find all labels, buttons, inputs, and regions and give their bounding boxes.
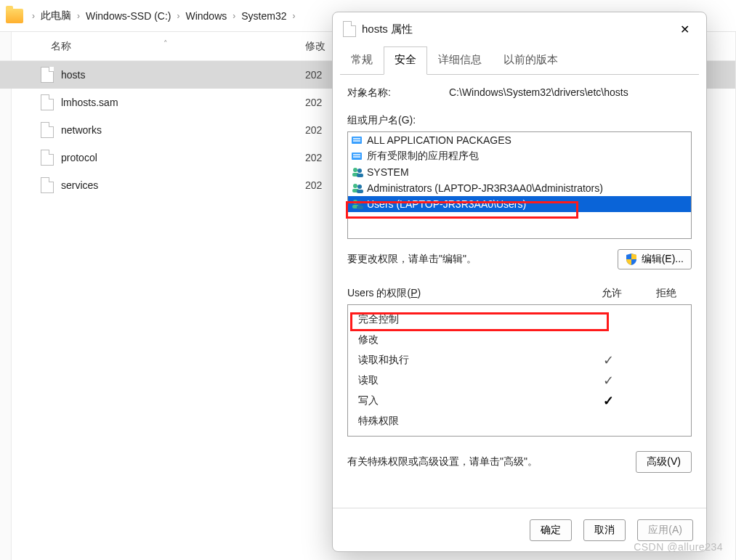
edit-hint: 要更改权限，请单击"编辑"。 <box>347 253 618 266</box>
sort-indicator-icon: ˄ <box>163 39 168 49</box>
svg-rect-4 <box>353 154 360 155</box>
group-item[interactable]: 所有受限制的应用程序包 <box>348 148 691 164</box>
package-icon <box>351 134 364 146</box>
tab-general[interactable]: 常规 <box>340 46 384 75</box>
file-name: protocol <box>61 152 257 163</box>
permissions-list: 完全控制修改读取和执行✓读取✓写入✓特殊权限 <box>347 304 692 437</box>
svg-rect-9 <box>357 174 363 177</box>
allow-header: 允许 <box>583 287 641 300</box>
group-item[interactable]: SYSTEM <box>348 164 691 180</box>
cancel-button[interactable]: 取消 <box>583 519 626 541</box>
file-date: 202 <box>305 179 322 191</box>
deny-header: 拒绝 <box>641 287 692 300</box>
tab-previous-versions[interactable]: 以前的版本 <box>493 46 569 75</box>
groups-label: 组或用户名(G): <box>347 114 692 127</box>
permission-row: 修改 <box>348 330 691 350</box>
svg-rect-17 <box>357 206 363 209</box>
svg-point-7 <box>357 169 362 173</box>
chevron-right-icon: › <box>28 11 39 21</box>
breadcrumb-item[interactable]: 此电脑 <box>39 8 73 24</box>
file-name: networks <box>61 124 257 136</box>
permission-allow: ✓ <box>579 352 637 368</box>
group-label: Administrators (LAPTOP-JR3R3AA0\Administ… <box>367 182 603 194</box>
check-icon: ✓ <box>603 353 614 368</box>
permissions-label: Users 的权限(P) <box>347 287 583 300</box>
permission-row: 特殊权限 <box>348 411 691 431</box>
col-modified[interactable]: 修改 <box>305 40 325 53</box>
edit-button[interactable]: 编辑(E)... <box>618 249 692 269</box>
file-date: 202 <box>305 97 322 108</box>
group-user-list[interactable]: ALL APPLICATION PACKAGES所有受限制的应用程序包SYSTE… <box>347 131 692 239</box>
file-date: 202 <box>305 124 322 136</box>
svg-point-6 <box>353 168 357 172</box>
permission-row: 读取和执行✓ <box>348 350 691 370</box>
dialog-title: hosts 属性 <box>362 23 413 36</box>
svg-point-15 <box>357 200 362 205</box>
svg-rect-1 <box>353 138 360 139</box>
permissions-header: Users 的权限(P) 允许 拒绝 <box>347 287 692 300</box>
apply-button[interactable]: 应用(A) <box>637 519 693 541</box>
permission-row: 完全控制 <box>348 309 691 330</box>
chevron-right-icon: › <box>172 11 184 21</box>
file-name: hosts <box>61 69 257 81</box>
svg-rect-5 <box>353 156 360 158</box>
tab-strip: 常规 安全 详细信息 以前的版本 <box>333 46 706 74</box>
permission-name: 特殊权限 <box>358 415 579 428</box>
permission-name: 读取和执行 <box>358 354 579 367</box>
file-date: 202 <box>305 69 322 81</box>
object-name-label: 对象名称: <box>347 86 449 100</box>
package-icon <box>351 150 364 162</box>
users-icon <box>351 166 364 178</box>
file-icon <box>41 122 54 138</box>
file-icon <box>41 150 54 166</box>
permission-row: 写入✓ <box>348 391 691 411</box>
svg-rect-2 <box>353 140 360 142</box>
group-label: 所有受限制的应用程序包 <box>367 150 479 163</box>
permission-row: 读取✓ <box>348 370 691 391</box>
group-label: SYSTEM <box>367 166 409 178</box>
permission-name: 写入 <box>358 394 579 407</box>
svg-point-11 <box>357 184 362 189</box>
check-icon: ✓ <box>603 394 614 408</box>
breadcrumb-item[interactable]: Windows <box>184 9 228 23</box>
tab-security[interactable]: 安全 <box>384 46 427 75</box>
breadcrumb-item[interactable]: System32 <box>240 9 288 23</box>
watermark: CSDN @allure234 <box>634 541 723 553</box>
file-icon <box>41 94 54 110</box>
svg-point-14 <box>353 200 357 204</box>
permission-name: 修改 <box>358 333 579 346</box>
svg-point-10 <box>353 184 357 188</box>
group-item[interactable]: ALL APPLICATION PACKAGES <box>348 132 691 148</box>
breadcrumb-item[interactable]: Windows-SSD (C:) <box>84 9 172 23</box>
file-icon <box>41 177 54 193</box>
permission-allow: ✓ <box>579 373 637 389</box>
users-icon <box>351 182 364 194</box>
permission-name: 读取 <box>358 374 579 387</box>
permission-name: 完全控制 <box>358 313 579 326</box>
close-button[interactable]: ✕ <box>673 17 696 41</box>
file-icon <box>343 21 356 37</box>
svg-rect-13 <box>357 190 363 193</box>
tab-details[interactable]: 详细信息 <box>427 46 493 75</box>
folder-icon <box>6 9 23 23</box>
advanced-hint: 有关特殊权限或高级设置，请单击"高级"。 <box>347 455 636 468</box>
uac-shield-icon <box>626 253 637 265</box>
chevron-right-icon: › <box>73 11 84 21</box>
group-label: ALL APPLICATION PACKAGES <box>367 134 511 146</box>
file-name: services <box>61 179 257 191</box>
permission-allow: ✓ <box>579 393 637 409</box>
properties-dialog: hosts 属性 ✕ 常规 安全 详细信息 以前的版本 对象名称: C:\Win… <box>332 12 707 552</box>
users-icon <box>351 198 364 210</box>
dialog-titlebar[interactable]: hosts 属性 ✕ <box>333 12 706 46</box>
group-item[interactable]: Users (LAPTOP-JR3R3AA0\Users) <box>348 196 691 212</box>
col-name[interactable]: 名称 <box>51 40 247 53</box>
dialog-body: 对象名称: C:\Windows\System32\drivers\etc\ho… <box>333 75 706 508</box>
ok-button[interactable]: 确定 <box>530 519 572 541</box>
chevron-right-icon: › <box>228 11 240 21</box>
file-date: 202 <box>305 152 322 163</box>
object-name-value: C:\Windows\System32\drivers\etc\hosts <box>449 86 628 100</box>
group-item[interactable]: Administrators (LAPTOP-JR3R3AA0\Administ… <box>348 180 691 196</box>
chevron-right-icon: › <box>288 11 300 21</box>
file-name: lmhosts.sam <box>61 97 257 108</box>
advanced-button[interactable]: 高级(V) <box>636 451 692 473</box>
